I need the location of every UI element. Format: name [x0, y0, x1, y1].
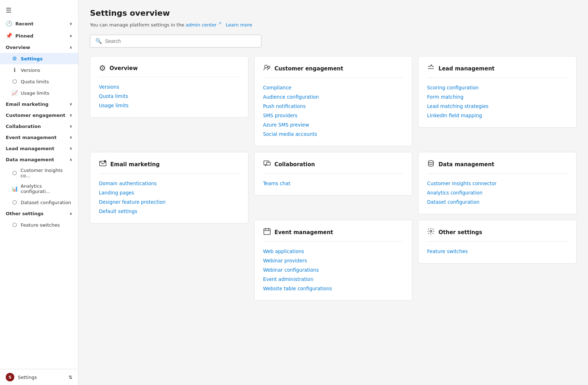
sidebar-section-other-settings[interactable]: Other settings ∧ [0, 208, 78, 219]
sidebar-item-quota-limits[interactable]: ⬡ Quota limits [0, 76, 78, 87]
search-input[interactable] [105, 38, 256, 44]
link-default-settings[interactable]: Default settings [99, 207, 240, 216]
os-card-icon [427, 227, 435, 237]
overview-label: Overview [6, 45, 30, 50]
sidebar-item-feature-label: Feature switches [21, 222, 60, 228]
link-website-table[interactable]: Website table configurations [263, 284, 404, 293]
dm-card-title: Data management [438, 161, 494, 168]
ev-card-title: Event management [275, 229, 333, 236]
email-marketing-chevron: ∨ [69, 102, 72, 107]
sidebar-section-email-marketing[interactable]: Email marketing ∨ [0, 99, 78, 110]
sidebar-item-settings[interactable]: ⚙ Settings [0, 53, 78, 64]
svg-point-6 [428, 161, 433, 163]
pinned-icon: 📌 [6, 33, 12, 39]
em-card-title: Email marketing [110, 161, 160, 168]
link-sms-providers[interactable]: SMS providers [263, 111, 404, 120]
link-landing-pages[interactable]: Landing pages [99, 188, 240, 197]
recent-chevron: ∨ [69, 21, 72, 26]
link-webinar-providers[interactable]: Webinar providers [263, 256, 404, 265]
feature-switches-icon: ⬡ [11, 222, 18, 228]
sidebar-section-data-management[interactable]: Data management ∧ [0, 154, 78, 165]
collab-card-icon [263, 159, 271, 169]
search-bar: 🔍 [90, 35, 261, 48]
ev-card-icon [263, 227, 271, 237]
link-ci-connector[interactable]: Customer Insights connector [427, 179, 568, 188]
sidebar-item-versions[interactable]: ℹ Versions [0, 64, 78, 76]
other-settings-chevron: ∧ [69, 211, 72, 216]
dm-card-icon [427, 159, 435, 169]
os-card-title: Other settings [438, 229, 482, 236]
link-analytics-config[interactable]: Analytics configuration [427, 188, 568, 197]
sidebar-section-pinned[interactable]: 📌 Pinned ∨ [0, 30, 78, 42]
card-em-header: Email marketing [99, 159, 240, 174]
card-data-management: Data management Customer Insights connec… [418, 152, 577, 214]
main-content: Settings overview You can manage platfor… [79, 0, 588, 385]
card-overview-header: ⚙ Overview [99, 64, 240, 77]
link-designer-protection[interactable]: Designer feature protection [99, 197, 240, 207]
link-audience-config[interactable]: Audience configuration [263, 92, 404, 102]
card-lead-management: Lead management Scoring configuration Fo… [418, 56, 577, 128]
link-compliance[interactable]: Compliance [263, 83, 404, 92]
link-azure-sms[interactable]: Azure SMS preview [263, 120, 404, 129]
sidebar-section-recent[interactable]: 🕐 Recent ∨ [0, 18, 78, 30]
page-title: Settings overview [90, 9, 577, 18]
sidebar-section-customer-engagement[interactable]: Customer engagement ∨ [0, 110, 78, 121]
data-management-chevron: ∧ [69, 157, 72, 162]
link-usage-limits[interactable]: Usage limits [99, 101, 240, 110]
bottom-settings-label: Settings [18, 375, 37, 380]
card-ce-header: Customer engagement [263, 64, 404, 78]
dataset-icon: ⬡ [11, 199, 18, 206]
link-webinar-configs[interactable]: Webinar configurations [263, 265, 404, 275]
link-event-admin[interactable]: Event administration [263, 275, 404, 284]
recent-icon: 🕐 [6, 20, 12, 27]
link-feature-switches[interactable]: Feature switches [427, 247, 568, 256]
overview-chevron: ∧ [69, 45, 72, 50]
svg-point-1 [268, 66, 270, 68]
external-link-icon: ↗ [218, 21, 221, 26]
link-linkedin-field[interactable]: LinkedIn field mapping [427, 111, 568, 120]
learn-more-link[interactable]: Learn more [226, 22, 252, 28]
sidebar-item-usage-label: Usage limits [21, 90, 49, 96]
link-versions[interactable]: Versions [99, 82, 240, 92]
customer-engagement-chevron: ∨ [69, 113, 72, 118]
sidebar-item-analytics-label: Analytics configurati... [21, 183, 72, 194]
collab-card-title: Collaboration [275, 161, 315, 168]
sidebar-item-versions-label: Versions [21, 68, 40, 73]
link-teams-chat[interactable]: Teams chat [263, 179, 404, 188]
lm-card-icon [427, 64, 435, 73]
settings-icon: ⚙ [11, 55, 18, 62]
sidebar-section-lead-management[interactable]: Lead management ∨ [0, 143, 78, 154]
admin-center-link[interactable]: admin center ↗ [186, 22, 223, 28]
link-lead-matching[interactable]: Lead matching strategies [427, 102, 568, 111]
sidebar-section-collaboration[interactable]: Collaboration ∨ [0, 121, 78, 132]
sidebar-section-event-management[interactable]: Event management ∨ [0, 132, 78, 143]
sidebar-bottom: S Settings ⇅ [0, 369, 78, 385]
collaboration-label: Collaboration [6, 124, 41, 129]
link-social-media[interactable]: Social media accounts [263, 129, 404, 139]
link-domain-auth[interactable]: Domain authentications [99, 179, 240, 188]
link-dataset-config[interactable]: Dataset configuration [427, 197, 568, 207]
link-push-notifications[interactable]: Push notifications [263, 102, 404, 111]
sidebar-section-overview[interactable]: Overview ∧ [0, 42, 78, 53]
svg-rect-7 [264, 229, 270, 235]
link-quota-limits[interactable]: Quota limits [99, 92, 240, 101]
sidebar-item-usage-limits[interactable]: 📈 Usage limits [0, 87, 78, 99]
overview-card-title: Overview [110, 65, 138, 71]
other-settings-label: Other settings [6, 211, 44, 216]
link-form-matching[interactable]: Form matching [427, 92, 568, 102]
sidebar-item-dataset-config[interactable]: ⬡ Dataset configuration [0, 197, 78, 208]
recent-label: Recent [15, 21, 34, 26]
sidebar-item-quota-label: Quota limits [21, 79, 49, 84]
link-scoring-config[interactable]: Scoring configuration [427, 83, 568, 92]
sidebar-item-analytics-config[interactable]: 📊 Analytics configurati... [0, 181, 78, 197]
pinned-chevron: ∨ [69, 34, 72, 38]
sidebar-item-feature-switches[interactable]: ⬡ Feature switches [0, 219, 78, 231]
sidebar-item-customer-insights[interactable]: ⬡ Customer Insights co... [0, 165, 78, 181]
sidebar-bottom-settings[interactable]: S Settings ⇅ [0, 369, 78, 385]
avatar: S [6, 373, 14, 381]
svg-point-0 [265, 65, 267, 68]
event-management-chevron: ∨ [69, 135, 72, 140]
lead-management-chevron: ∨ [69, 146, 72, 151]
hamburger-button[interactable]: ☰ [0, 3, 78, 18]
link-web-apps[interactable]: Web applications [263, 247, 404, 256]
